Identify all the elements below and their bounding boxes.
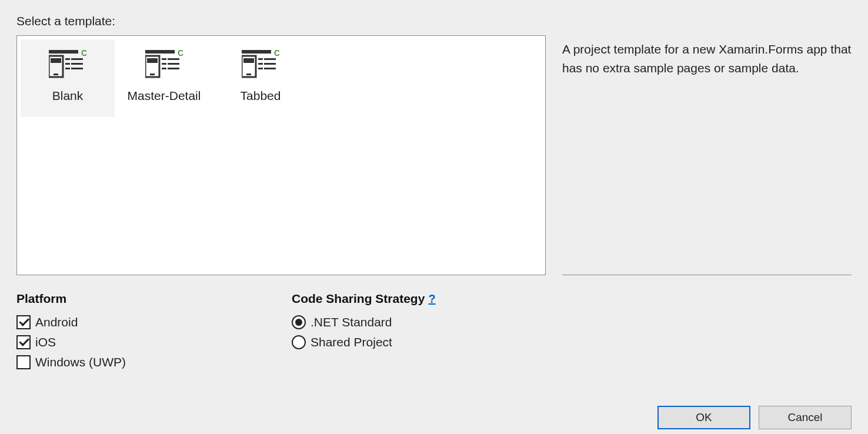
svg-rect-9 bbox=[65, 68, 70, 69]
svg-rect-19 bbox=[168, 63, 179, 65]
code-sharing-option-shared-project[interactable]: Shared Project bbox=[292, 335, 436, 349]
help-link[interactable]: ? bbox=[428, 292, 435, 306]
svg-rect-18 bbox=[162, 63, 166, 65]
template-item-tabbed[interactable]: C# Tabbed bbox=[213, 39, 308, 117]
radio-label: .NET Standard bbox=[311, 315, 392, 329]
svg-rect-26 bbox=[246, 74, 251, 75]
checkbox-label: Android bbox=[35, 315, 78, 329]
template-label: Tabbed bbox=[241, 89, 281, 103]
svg-rect-32 bbox=[264, 68, 276, 69]
svg-rect-20 bbox=[162, 68, 166, 69]
checkbox-ios[interactable] bbox=[16, 335, 31, 349]
cancel-button[interactable]: Cancel bbox=[759, 406, 852, 429]
svg-rect-21 bbox=[168, 68, 179, 69]
svg-rect-10 bbox=[71, 68, 83, 69]
svg-text:C#: C# bbox=[178, 50, 183, 58]
svg-rect-7 bbox=[65, 63, 70, 65]
checkbox-label: iOS bbox=[35, 335, 56, 349]
checkbox-label: Windows (UWP) bbox=[35, 355, 126, 369]
svg-rect-17 bbox=[168, 58, 179, 60]
svg-rect-29 bbox=[258, 63, 263, 65]
checkbox-android[interactable] bbox=[16, 315, 31, 329]
svg-rect-14 bbox=[147, 58, 158, 63]
radio-net-standard[interactable] bbox=[292, 315, 306, 329]
svg-text:C#: C# bbox=[274, 50, 279, 58]
code-sharing-title: Code Sharing Strategy ? bbox=[292, 292, 436, 306]
template-item-master-detail[interactable]: C# Master-Detail bbox=[117, 39, 211, 117]
svg-rect-30 bbox=[264, 63, 276, 65]
svg-rect-0 bbox=[49, 50, 78, 54]
options-row: Platform Android iOS Windows (UWP) Code … bbox=[16, 292, 852, 375]
description-column: A project template for a new Xamarin.For… bbox=[562, 35, 852, 275]
svg-rect-22 bbox=[242, 50, 271, 54]
platform-option-ios[interactable]: iOS bbox=[16, 335, 292, 349]
platform-group: Platform Android iOS Windows (UWP) bbox=[16, 292, 292, 375]
svg-rect-6 bbox=[71, 58, 83, 60]
radio-shared-project[interactable] bbox=[292, 335, 306, 349]
blank-template-icon: C# bbox=[49, 48, 86, 81]
dialog-button-row: OK Cancel bbox=[657, 406, 852, 429]
svg-rect-15 bbox=[150, 74, 155, 75]
svg-rect-16 bbox=[162, 58, 166, 60]
radio-label: Shared Project bbox=[311, 335, 392, 349]
platform-option-windows[interactable]: Windows (UWP) bbox=[16, 355, 292, 369]
svg-rect-3 bbox=[51, 58, 61, 63]
svg-rect-5 bbox=[65, 58, 70, 60]
ok-button[interactable]: OK bbox=[657, 406, 750, 429]
checkbox-windows[interactable] bbox=[16, 355, 31, 369]
code-sharing-title-text: Code Sharing Strategy bbox=[292, 292, 425, 306]
master-detail-template-icon: C# bbox=[145, 48, 183, 81]
select-template-label: Select a template: bbox=[16, 14, 852, 28]
tabbed-template-icon: C# bbox=[242, 48, 279, 81]
main-row: C# Blank C# bbox=[16, 35, 852, 275]
platform-title: Platform bbox=[16, 292, 292, 306]
svg-rect-8 bbox=[71, 63, 83, 65]
code-sharing-option-net-standard[interactable]: .NET Standard bbox=[292, 315, 436, 329]
svg-text:C#: C# bbox=[81, 50, 86, 58]
svg-rect-11 bbox=[145, 50, 175, 54]
svg-rect-28 bbox=[264, 58, 276, 60]
svg-rect-25 bbox=[243, 58, 254, 63]
template-label: Master-Detail bbox=[128, 89, 201, 103]
template-list-box: C# Blank C# bbox=[16, 35, 546, 275]
description-divider bbox=[562, 275, 852, 275]
svg-rect-27 bbox=[258, 58, 263, 60]
platform-option-android[interactable]: Android bbox=[16, 315, 292, 329]
svg-rect-4 bbox=[54, 74, 58, 75]
template-item-blank[interactable]: C# Blank bbox=[21, 39, 115, 117]
code-sharing-group: Code Sharing Strategy ? .NET Standard Sh… bbox=[292, 292, 436, 375]
svg-rect-31 bbox=[258, 68, 263, 69]
template-label: Blank bbox=[52, 89, 84, 103]
template-description: A project template for a new Xamarin.For… bbox=[562, 40, 852, 77]
